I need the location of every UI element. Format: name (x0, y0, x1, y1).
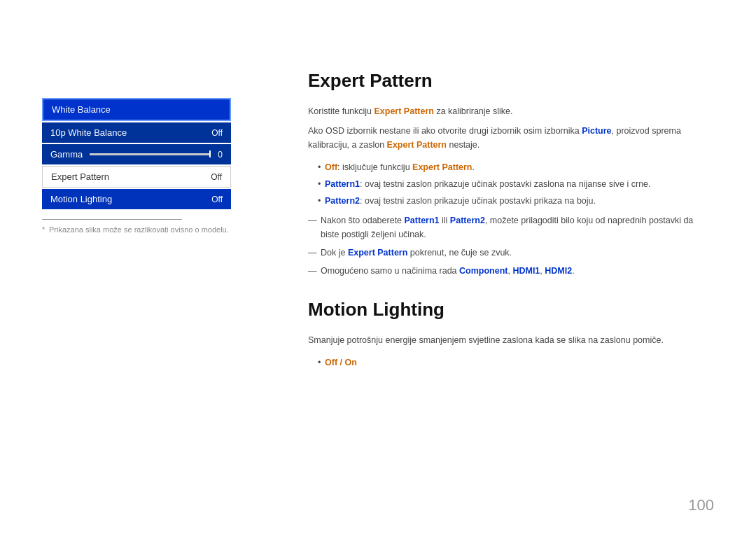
menu-label-white-balance: White Balance (52, 104, 111, 115)
divider (42, 219, 182, 220)
bullet-pattern1-bold: Pattern1 (325, 179, 360, 189)
intro1-post: za kalibriranje slike. (434, 106, 513, 116)
note3-post: . (572, 266, 574, 276)
motion-lighting-description: Smanjuje potrošnju energije smanjenjem s… (308, 333, 714, 347)
note1-bold2: Pattern2 (450, 216, 485, 225)
menu-item-gamma[interactable]: Gamma 0 (42, 144, 231, 164)
note3-bold2: HDMI1 (512, 266, 540, 276)
bullet-pattern1: Pattern1: ovaj testni zaslon prikazuje u… (318, 177, 714, 191)
note3: Omogućeno samo u načinima rada Component… (308, 264, 714, 278)
intro1-pre: Koristite funkciju (308, 106, 374, 116)
menu-item-expert-pattern[interactable]: Expert Pattern Off (42, 166, 231, 188)
intro2-post: nestaje. (447, 140, 479, 150)
menu-value-10p-white-balance: Off (211, 128, 223, 138)
right-panel: Expert Pattern Koristite funkciju Expert… (266, 42, 756, 506)
footnote: Prikazana slika može se razlikovati ovis… (42, 225, 266, 234)
menu-value-expert-pattern: Off (211, 172, 222, 182)
expert-pattern-bullets: Off: isključuje funkciju Expert Pattern.… (318, 160, 714, 208)
menu-value-motion-lighting: Off (211, 195, 223, 204)
bullet-off-bold: Off (325, 162, 337, 172)
bullet-off-on: Off / On (318, 356, 714, 370)
note1-mid: ili (440, 216, 450, 225)
menu-label-10p-white-balance: 10p White Balance (50, 127, 127, 138)
expert-pattern-intro1: Koristite funkciju Expert Pattern za kal… (308, 104, 714, 152)
menu-label-expert-pattern: Expert Pattern (51, 171, 109, 182)
note2: Dok je Expert Pattern pokrenut, ne čuje … (308, 246, 714, 260)
note2-bold: Expert Pattern (348, 248, 407, 258)
menu-label-motion-lighting: Motion Lighting (50, 194, 112, 204)
intro1-highlight: Expert Pattern (374, 106, 433, 116)
motion-lighting-bullets: Off / On (318, 356, 714, 370)
bullet-off-on-text: Off / On (325, 358, 357, 367)
motion-lighting-body: Smanjuje potrošnju energije smanjenjem s… (308, 333, 714, 347)
bullet-pattern2-text: : ovaj testni zaslon prikazuje učinak po… (360, 196, 596, 206)
intro2-highlight2: Expert Pattern (387, 140, 447, 150)
menu-list: White Balance 10p White Balance Off Gamm… (42, 98, 231, 209)
note1-bold1: Pattern1 (405, 216, 440, 225)
page-number: 100 (688, 496, 714, 514)
bullet-pattern2-bold: Pattern2 (325, 196, 360, 206)
bullet-pattern1-text: : ovaj testni zaslon prikazuje učinak po… (360, 179, 651, 189)
expert-pattern-title: Expert Pattern (308, 70, 714, 92)
note3-pre: Omogućeno samo u načinima rada (321, 266, 459, 276)
note2-pre: Dok je (321, 248, 348, 258)
bullet-off: Off: isključuje funkciju Expert Pattern. (318, 160, 714, 174)
note3-bold1: Component (459, 266, 507, 276)
note1-pre: Nakon što odaberete (321, 216, 405, 225)
bullet-off-bold2: Expert Pattern (412, 162, 472, 172)
menu-item-motion-lighting[interactable]: Motion Lighting Off (42, 189, 231, 209)
bullet-off-text: : isključuje funkciju (337, 162, 412, 172)
left-panel: White Balance 10p White Balance Off Gamm… (0, 42, 266, 506)
intro2-highlight1: Picture (582, 126, 611, 136)
menu-item-10p-white-balance[interactable]: 10p White Balance Off (42, 122, 231, 143)
bullet-pattern2: Pattern2: ovaj testni zaslon prikazuje u… (318, 194, 714, 208)
menu-value-gamma: 0 (218, 150, 223, 160)
menu-label-gamma: Gamma (50, 149, 83, 160)
gamma-slider (90, 153, 211, 155)
note2-post: pokrenut, ne čuje se zvuk. (407, 248, 512, 258)
intro2-pre: Ako OSD izbornik nestane ili ako otvorit… (308, 126, 582, 136)
menu-item-white-balance[interactable]: White Balance (42, 98, 231, 121)
note1: Nakon što odaberete Pattern1 ili Pattern… (308, 213, 714, 241)
motion-lighting-title: Motion Lighting (308, 299, 714, 321)
note3-bold3: HDMI2 (545, 266, 572, 276)
